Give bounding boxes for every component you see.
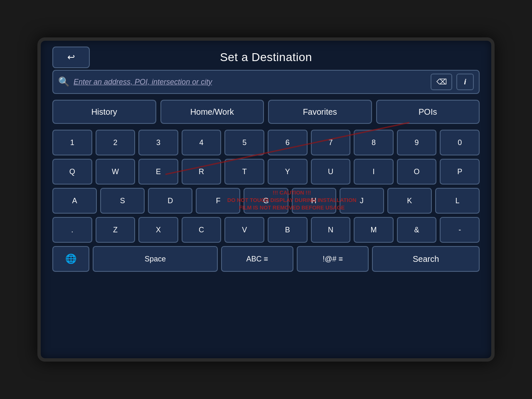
- key-z[interactable]: Z: [96, 217, 135, 243]
- key-h[interactable]: H: [292, 188, 336, 214]
- key-v[interactable]: V: [224, 217, 264, 243]
- asdf-row: A S D F G H J K L: [52, 188, 480, 214]
- globe-button[interactable]: 🌐: [52, 246, 89, 272]
- zxcv-row: . Z X C V B N M & -: [52, 217, 480, 243]
- key-o[interactable]: O: [397, 159, 437, 185]
- key-4[interactable]: 4: [182, 130, 222, 155]
- info-button[interactable]: i: [456, 74, 474, 90]
- back-icon: ↩: [67, 52, 75, 63]
- key-5[interactable]: 5: [224, 130, 264, 155]
- key-s[interactable]: S: [100, 188, 145, 214]
- abc-button[interactable]: ABC ≡: [221, 246, 293, 272]
- pois-button[interactable]: POIs: [376, 100, 480, 124]
- key-k[interactable]: K: [387, 188, 432, 214]
- key-b[interactable]: B: [268, 217, 308, 243]
- key-a[interactable]: A: [52, 188, 97, 214]
- key-y[interactable]: Y: [268, 159, 308, 185]
- key-i[interactable]: I: [354, 159, 394, 185]
- key-9[interactable]: 9: [397, 130, 437, 155]
- search-button[interactable]: Search: [372, 246, 480, 272]
- key-f[interactable]: F: [196, 188, 240, 214]
- key-l[interactable]: L: [435, 188, 480, 214]
- key-u[interactable]: U: [311, 159, 351, 185]
- key-period[interactable]: .: [52, 217, 92, 243]
- key-g[interactable]: G: [244, 188, 288, 214]
- qwerty-row: Q W E R T Y U I O P: [52, 159, 480, 185]
- key-t[interactable]: T: [224, 159, 264, 185]
- key-d[interactable]: D: [148, 188, 192, 214]
- header: ↩ Set a Destination: [52, 51, 480, 64]
- key-j[interactable]: J: [340, 188, 384, 214]
- key-q[interactable]: Q: [52, 159, 92, 185]
- key-3[interactable]: 3: [138, 130, 178, 155]
- home-work-button[interactable]: Home/Work: [160, 100, 264, 124]
- key-x[interactable]: X: [138, 217, 178, 243]
- key-w[interactable]: W: [96, 159, 135, 185]
- page-title: Set a Destination: [220, 51, 312, 64]
- key-c[interactable]: C: [182, 217, 222, 243]
- search-placeholder: Enter an address, POI, intersection or c…: [74, 78, 426, 86]
- keyboard: 1 2 3 4 5 6 7 8 9 0 Q W E R T Y U I O P …: [52, 130, 480, 348]
- search-icon: 🔍: [58, 76, 69, 87]
- key-0[interactable]: 0: [440, 130, 480, 155]
- search-bar[interactable]: 🔍 Enter an address, POI, intersection or…: [52, 70, 480, 94]
- symbol-button[interactable]: !@# ≡: [297, 246, 369, 272]
- history-button[interactable]: History: [52, 100, 156, 124]
- favorites-button[interactable]: Favorites: [268, 100, 372, 124]
- number-row: 1 2 3 4 5 6 7 8 9 0: [52, 130, 480, 155]
- key-2[interactable]: 2: [96, 130, 135, 155]
- key-dash[interactable]: -: [440, 217, 480, 243]
- category-row: History Home/Work Favorites POIs: [52, 100, 480, 124]
- backspace-button[interactable]: ⌫: [431, 74, 452, 90]
- key-n[interactable]: N: [311, 217, 351, 243]
- key-p[interactable]: P: [440, 159, 480, 185]
- key-m[interactable]: M: [354, 217, 394, 243]
- key-1[interactable]: 1: [52, 130, 92, 155]
- back-button[interactable]: ↩: [52, 47, 90, 68]
- key-e[interactable]: E: [138, 159, 178, 185]
- bottom-row: 🌐 Space ABC ≡ !@# ≡ Search: [52, 246, 480, 272]
- space-button[interactable]: Space: [93, 246, 218, 272]
- key-ampersand[interactable]: &: [397, 217, 437, 243]
- screen: ↩ Set a Destination 🔍 Enter an address, …: [37, 37, 495, 362]
